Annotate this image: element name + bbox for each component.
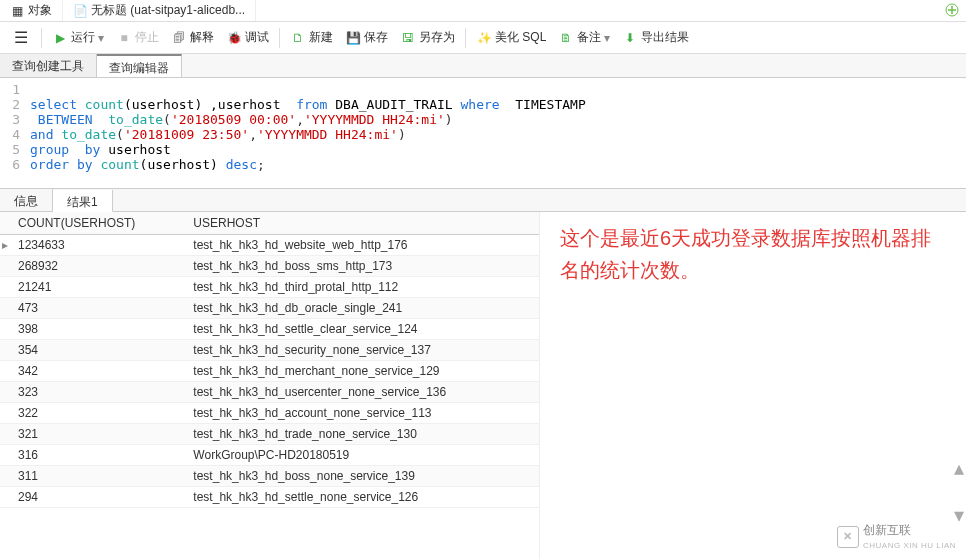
title-tab-bar: ▦ 对象 📄 无标题 (uat-sitpay1-alicedb... [0,0,966,22]
table-icon: ▦ [10,4,24,18]
stop-label: 停止 [135,29,159,46]
new-button[interactable]: 🗋新建 [285,26,338,49]
sql-text: userhost [100,142,170,157]
cell-userhost: test_hk_hk3_hd_usercenter_none_service_1… [185,382,539,403]
comment-button[interactable]: 🗎备注▾ [553,26,615,49]
tab-untitled[interactable]: 📄 无标题 (uat-sitpay1-alicedb... [63,0,256,21]
tab-query-editor-label: 查询编辑器 [109,61,169,75]
stop-button[interactable]: ■停止 [111,26,164,49]
sql-text: , [296,112,304,127]
row-marker [0,340,10,361]
saveas-button[interactable]: 🖫另存为 [395,26,460,49]
sql-string: 'YYYYMMDD HH24:mi' [257,127,398,142]
col-count[interactable]: COUNT(USERHOST) [10,212,185,235]
kw-orderby: order by [30,157,93,172]
explain-button[interactable]: 🗐解释 [166,26,219,49]
explain-label: 解释 [190,29,214,46]
debug-button[interactable]: 🐞调试 [221,26,274,49]
save-label: 保存 [364,29,388,46]
separator [41,28,42,48]
stop-icon: ■ [116,30,132,46]
bug-icon: 🐞 [226,30,242,46]
table-row[interactable]: 294test_hk_hk3_hd_settle_none_service_12… [0,487,539,508]
cell-userhost: test_hk_hk3_hd_trade_none_service_130 [185,424,539,445]
dropdown-icon: ▾ [98,31,104,45]
annotation-panel: 这个是最近6天成功登录数据库按照机器排名的统计次数。 ▴ ▾ ✕ 创新互联 CH… [540,212,966,559]
sql-text: TIMESTAMP [500,97,586,112]
table-row[interactable]: ▸1234633test_hk_hk3_hd_website_web_http_… [0,235,539,256]
result-area: COUNT(USERHOST) USERHOST ▸1234633test_hk… [0,212,966,559]
table-row[interactable]: 21241test_hk_hk3_hd_third_protal_http_11… [0,277,539,298]
tab-query-editor[interactable]: 查询编辑器 [97,54,182,77]
fn-todate: to_date [108,112,163,127]
scroll-up-icon[interactable]: ▴ [954,452,964,484]
table-row[interactable]: 322test_hk_hk3_hd_account_none_service_1… [0,403,539,424]
sql-string: '20180509 00:00' [171,112,296,127]
separator [279,28,280,48]
cell-count: 354 [10,340,185,361]
tab-info[interactable]: 信息 [0,189,53,211]
sql-text: ( [163,112,171,127]
cell-count: 316 [10,445,185,466]
table-row[interactable]: 311test_hk_hk3_hd_boss_none_service_139 [0,466,539,487]
cell-count: 342 [10,361,185,382]
save-button[interactable]: 💾保存 [340,26,393,49]
play-icon: ▶ [52,30,68,46]
table-row[interactable]: 354test_hk_hk3_hd_security_none_service_… [0,340,539,361]
line-number: 2 [0,97,30,112]
cell-userhost: test_hk_hk3_hd_website_web_http_176 [185,235,539,256]
new-label: 新建 [309,29,333,46]
sql-text: ) [398,127,406,142]
result-table-wrap[interactable]: COUNT(USERHOST) USERHOST ▸1234633test_hk… [0,212,540,559]
cell-count: 322 [10,403,185,424]
row-marker [0,424,10,445]
saveas-label: 另存为 [419,29,455,46]
cell-count: 473 [10,298,185,319]
line-number: 5 [0,142,30,157]
menu-button[interactable]: ☰ [6,24,36,51]
tab-object[interactable]: ▦ 对象 [0,0,63,21]
table-row[interactable]: 323test_hk_hk3_hd_usercenter_none_servic… [0,382,539,403]
comment-label: 备注 [577,29,601,46]
col-userhost[interactable]: USERHOST [185,212,539,235]
table-header-row: COUNT(USERHOST) USERHOST [0,212,539,235]
tab-result1[interactable]: 结果1 [53,190,113,212]
editor-tabs: 查询创建工具 查询编辑器 [0,54,966,78]
add-tab-button[interactable] [944,2,960,18]
tab-query-builder[interactable]: 查询创建工具 [0,54,97,77]
comment-icon: 🗎 [558,30,574,46]
cell-count: 21241 [10,277,185,298]
table-body: ▸1234633test_hk_hk3_hd_website_web_http_… [0,235,539,508]
row-marker [0,256,10,277]
sql-string: '20181009 23:50' [124,127,249,142]
beautify-button[interactable]: ✨美化 SQL [471,26,551,49]
cell-userhost: test_hk_hk3_hd_account_none_service_113 [185,403,539,424]
cell-count: 268932 [10,256,185,277]
cell-count: 1234633 [10,235,185,256]
row-marker [0,487,10,508]
table-row[interactable]: 316WorkGroup\PC-HD20180519 [0,445,539,466]
cell-userhost: test_hk_hk3_hd_third_protal_http_112 [185,277,539,298]
table-row[interactable]: 321test_hk_hk3_hd_trade_none_service_130 [0,424,539,445]
wand-icon: ✨ [476,30,492,46]
sql-text: ) [445,112,453,127]
table-row[interactable]: 473test_hk_hk3_hd_db_oracle_single_241 [0,298,539,319]
table-row[interactable]: 268932test_hk_hk3_hd_boss_sms_http_173 [0,256,539,277]
watermark: ✕ 创新互联 CHUANG XIN HU LIAN [837,521,956,553]
explain-icon: 🗐 [171,30,187,46]
cell-userhost: test_hk_hk3_hd_boss_none_service_139 [185,466,539,487]
new-icon: 🗋 [290,30,306,46]
row-marker [0,382,10,403]
sql-editor[interactable]: 1 2select count(userhost) ,userhost from… [0,78,966,188]
tab-object-label: 对象 [28,2,52,19]
table-row[interactable]: 398test_hk_hk3_hd_settle_clear_service_1… [0,319,539,340]
export-button[interactable]: ⬇导出结果 [617,26,694,49]
table-row[interactable]: 342test_hk_hk3_hd_merchant_none_service_… [0,361,539,382]
run-button[interactable]: ▶运行▾ [47,26,109,49]
debug-label: 调试 [245,29,269,46]
export-label: 导出结果 [641,29,689,46]
kw-groupby: group by [30,142,100,157]
export-icon: ⬇ [622,30,638,46]
kw-and: and [30,127,53,142]
line-number: 4 [0,127,30,142]
